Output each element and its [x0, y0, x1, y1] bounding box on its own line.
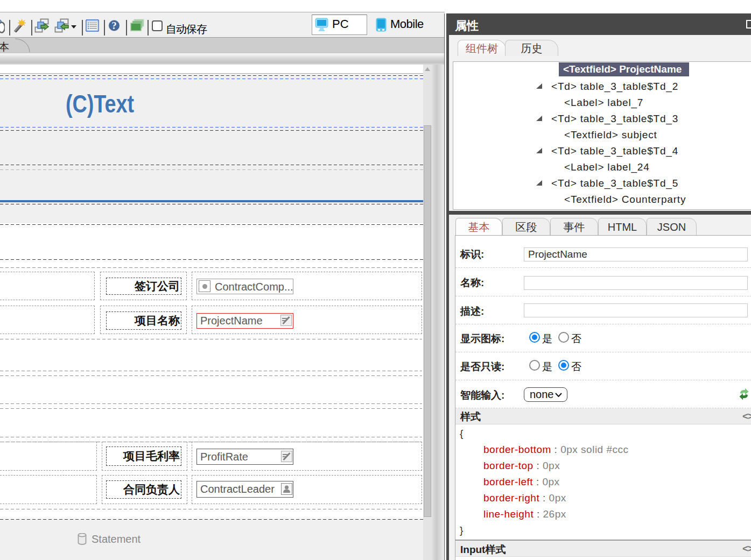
- svg-text:?: ?: [111, 20, 116, 31]
